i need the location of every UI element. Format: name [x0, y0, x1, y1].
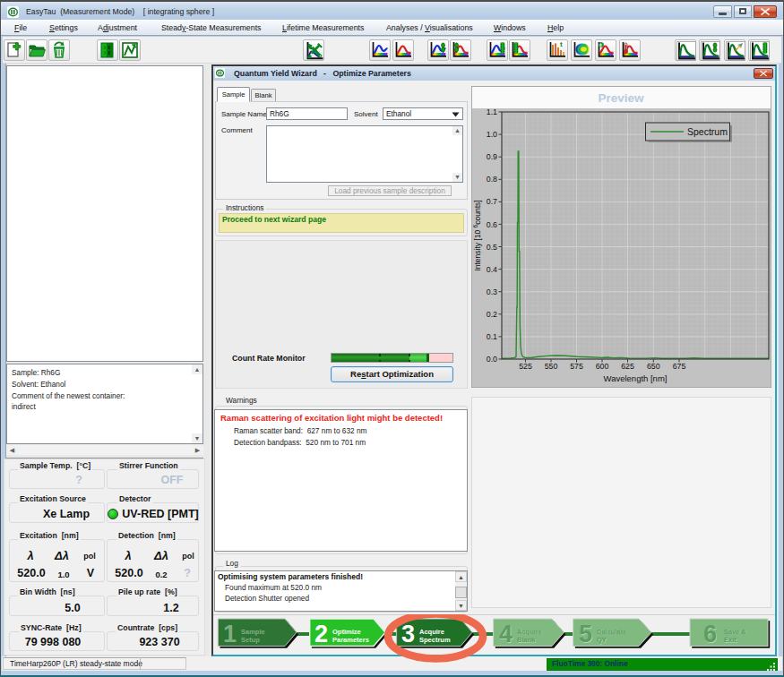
svg-text:0.3: 0.3	[487, 287, 497, 296]
svg-text:Setup: Setup	[241, 636, 260, 644]
svg-text:Acquire: Acquire	[419, 628, 444, 636]
svg-text:Save &: Save &	[724, 628, 747, 636]
svg-text:QY: QY	[597, 636, 607, 644]
svg-text:0.5: 0.5	[487, 243, 497, 252]
svg-text:Exit: Exit	[724, 636, 737, 644]
svg-text:Sample: Sample	[241, 628, 265, 636]
svg-text:0.0: 0.0	[487, 355, 497, 364]
svg-text:6: 6	[703, 621, 717, 647]
svg-text:ϕ: ϕ	[599, 42, 602, 47]
svg-text:600: 600	[596, 362, 609, 371]
svg-text:Optimize: Optimize	[332, 628, 361, 636]
svg-text:575: 575	[570, 362, 583, 371]
svg-text:Preview: Preview	[598, 91, 644, 105]
svg-text:550: 550	[545, 362, 558, 371]
svg-text:t: t	[560, 41, 563, 48]
svg-text:0.4: 0.4	[487, 265, 497, 274]
svg-text:0.6: 0.6	[487, 220, 497, 229]
svg-text:3: 3	[401, 621, 415, 647]
svg-text:1: 1	[223, 621, 237, 647]
svg-text:Spectrum: Spectrum	[687, 126, 728, 137]
svg-text:Acquire: Acquire	[517, 628, 542, 636]
svg-text:Intensity [10 6counts]: Intensity [10 6counts]	[472, 200, 482, 270]
svg-text:0.1: 0.1	[487, 332, 497, 341]
svg-text:0.9: 0.9	[487, 152, 497, 161]
svg-text:650: 650	[647, 362, 660, 371]
svg-text:Calculate: Calculate	[597, 628, 626, 636]
svg-text:0.8: 0.8	[487, 175, 497, 184]
svg-text:Parameters: Parameters	[332, 636, 369, 644]
svg-text:0.2: 0.2	[487, 310, 497, 319]
svg-text:675: 675	[673, 362, 686, 371]
svg-text:625: 625	[621, 362, 634, 371]
svg-text:0.7: 0.7	[487, 197, 497, 206]
svg-text:Spectrum: Spectrum	[419, 636, 451, 644]
svg-text:1.0: 1.0	[487, 130, 497, 139]
svg-text:Wavelength [nm]: Wavelength [nm]	[604, 373, 668, 383]
svg-text:1.1: 1.1	[487, 107, 497, 116]
svg-text:4: 4	[499, 621, 513, 647]
svg-text:Blank: Blank	[517, 636, 536, 644]
svg-text:5: 5	[579, 621, 592, 647]
svg-text:2: 2	[314, 621, 328, 647]
svg-text:525: 525	[519, 362, 532, 371]
